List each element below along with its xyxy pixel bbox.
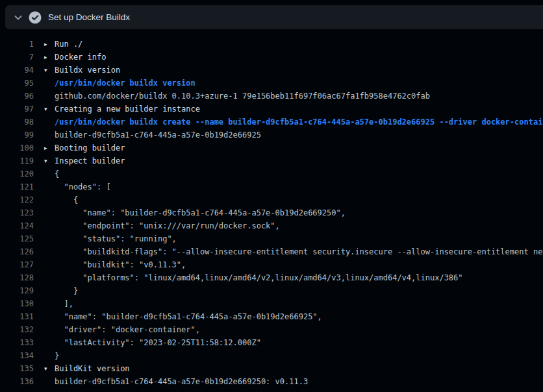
triangle-right-icon[interactable]: ▸ (44, 38, 55, 51)
log-row: 134} (0, 349, 543, 362)
line-number[interactable]: 95 (0, 77, 34, 90)
log-row: 136builder-d9cfb5a1-c764-445a-a57e-0b19d… (0, 375, 543, 388)
line-number[interactable]: 129 (0, 284, 34, 297)
line-number[interactable]: 131 (0, 310, 34, 323)
log-line-text: builder-d9cfb5a1-c764-445a-a57e-0b19d2e6… (55, 375, 308, 388)
log-group-title[interactable]: Booting builder (55, 141, 125, 154)
line-number[interactable]: 119 (0, 154, 34, 167)
line-number[interactable]: 122 (0, 193, 34, 206)
log-row: 98/usr/bin/docker buildx create --name b… (0, 116, 543, 129)
log-group-title[interactable]: BuildKit version (55, 362, 130, 375)
triangle-right-icon[interactable]: ▸ (44, 141, 55, 154)
line-number[interactable]: 123 (0, 206, 34, 219)
gutter-spacer (44, 180, 55, 193)
line-number[interactable]: 1 (0, 38, 34, 51)
gutter-spacer (44, 284, 55, 297)
log-line-text: "driver": "docker-container", (55, 323, 200, 336)
log-row: 95/usr/bin/docker buildx version (0, 77, 543, 90)
log-line-text: { (55, 167, 59, 180)
log-row: 126 "buildkitd-flags": "--allow-insecure… (0, 245, 543, 258)
log-line-text: "status": "running", (55, 232, 177, 245)
triangle-down-icon[interactable]: ▾ (44, 154, 55, 167)
log-line-text: github.com/docker/buildx 0.10.3+azure-1 … (55, 90, 430, 103)
gutter-spacer (44, 245, 55, 258)
line-number[interactable]: 127 (0, 258, 34, 271)
log-line-text: "platforms": "linux/amd64,linux/amd64/v2… (55, 271, 463, 284)
log-command-text: /usr/bin/docker buildx create --name bui… (55, 116, 543, 129)
log-row: 96github.com/docker/buildx 0.10.3+azure-… (0, 90, 543, 103)
line-number[interactable]: 98 (0, 116, 34, 129)
log-line-text: "nodes": [ (55, 180, 111, 193)
line-number[interactable]: 136 (0, 375, 34, 388)
log-row: 99builder-d9cfb5a1-c764-445a-a57e-0b19d2… (0, 129, 543, 141)
log-row: 119▾Inspect builder (0, 154, 543, 167)
gutter-spacer (44, 310, 55, 323)
line-number[interactable]: 120 (0, 167, 34, 180)
log-group-title[interactable]: Docker info (55, 51, 106, 64)
log-row: 124 "endpoint": "unix:///var/run/docker.… (0, 219, 543, 232)
log-row: 125 "status": "running", (0, 232, 543, 245)
log-row: 135▾BuildKit version (0, 362, 543, 375)
log-line-text: ], (55, 297, 73, 310)
gutter-spacer (44, 90, 55, 103)
gutter-spacer (44, 206, 55, 219)
line-number[interactable]: 124 (0, 219, 34, 232)
log-group-title[interactable]: Inspect builder (55, 154, 125, 167)
log-row: 100▸Booting builder (0, 141, 543, 154)
log-row: 121 "nodes": [ (0, 180, 543, 193)
gutter-spacer (44, 232, 55, 245)
chevron-down-icon[interactable] (13, 12, 23, 23)
gutter-spacer (44, 129, 55, 141)
triangle-down-icon[interactable]: ▾ (44, 362, 55, 375)
line-number[interactable]: 135 (0, 362, 34, 375)
line-number[interactable]: 7 (0, 51, 34, 64)
gutter-spacer (44, 323, 55, 336)
log: 1▸Run ./7▸Docker info94▾Buildx version95… (0, 38, 543, 388)
triangle-down-icon[interactable]: ▾ (44, 103, 55, 116)
gutter-spacer (44, 116, 55, 129)
log-group-title[interactable]: Buildx version (55, 64, 120, 77)
gutter-spacer (44, 258, 55, 271)
gutter-spacer (44, 219, 55, 232)
log-row: 131 "name": "builder-d9cfb5a1-c764-445a-… (0, 310, 543, 323)
log-row: 127 "buildkit": "v0.11.3", (0, 258, 543, 271)
line-number[interactable]: 133 (0, 336, 34, 349)
log-row: 132 "driver": "docker-container", (0, 323, 543, 336)
step-header[interactable]: Set up Docker Buildx (5, 5, 543, 29)
line-number[interactable]: 96 (0, 90, 34, 103)
log-line-text: "endpoint": "unix:///var/run/docker.sock… (55, 219, 280, 232)
line-number[interactable]: 100 (0, 141, 34, 154)
log-row: 7▸Docker info (0, 51, 543, 64)
line-number[interactable]: 99 (0, 129, 34, 141)
log-line-text: { (55, 193, 78, 206)
line-number[interactable]: 128 (0, 271, 34, 284)
gutter-spacer (44, 167, 55, 180)
log-row: 1▸Run ./ (0, 38, 543, 51)
line-number[interactable]: 130 (0, 297, 34, 310)
triangle-down-icon[interactable]: ▾ (44, 64, 55, 77)
log-group-title[interactable]: Run ./ (55, 38, 82, 51)
log-line-text: "name": "builder-d9cfb5a1-c764-445a-a57e… (55, 310, 322, 323)
line-number[interactable]: 97 (0, 103, 34, 116)
gutter-spacer (44, 271, 55, 284)
line-number[interactable]: 125 (0, 232, 34, 245)
log-line-text: builder-d9cfb5a1-c764-445a-a57e-0b19d2e6… (55, 129, 261, 141)
gutter-spacer (44, 336, 55, 349)
line-number[interactable]: 126 (0, 245, 34, 258)
triangle-right-icon[interactable]: ▸ (44, 51, 55, 64)
gutter-spacer (44, 77, 55, 90)
gutter-spacer (44, 193, 55, 206)
log-row: 94▾Buildx version (0, 64, 543, 77)
log-row: 133 "lastActivity": "2023-02-25T11:58:12… (0, 336, 543, 349)
log-group-title[interactable]: Creating a new builder instance (55, 103, 200, 116)
log-row: 97▾Creating a new builder instance (0, 103, 543, 116)
gutter-spacer (44, 297, 55, 310)
log-row: 122 { (0, 193, 543, 206)
line-number[interactable]: 94 (0, 64, 34, 77)
line-number[interactable]: 132 (0, 323, 34, 336)
line-number[interactable]: 134 (0, 349, 34, 362)
line-number[interactable]: 121 (0, 180, 34, 193)
log-line-text: "buildkitd-flags": "--allow-insecure-ent… (55, 245, 543, 258)
step-title: Set up Docker Buildx (48, 12, 130, 22)
gutter-spacer (44, 349, 55, 362)
